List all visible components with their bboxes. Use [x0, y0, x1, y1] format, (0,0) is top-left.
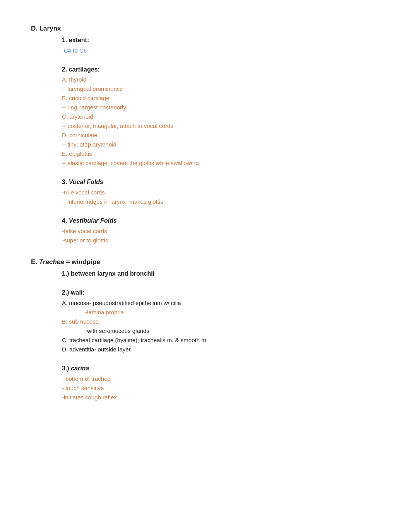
- d4-item-1: -superior to glottis: [62, 236, 380, 245]
- d4-header: 4. Vestibular Folds: [62, 216, 380, 226]
- e2-item-1: -lamina propria: [85, 308, 380, 317]
- subsection-d4: 4. Vestibular Folds -false vocal cords -…: [62, 216, 380, 245]
- e3-item-2: -initiates cough reflex: [62, 393, 380, 402]
- d2-item-0: A. thyroid: [62, 75, 380, 84]
- e3-item-0: - bottom of trachea: [62, 374, 380, 384]
- subsection-e3: 3.) carina - bottom of trachea - touch s…: [62, 363, 380, 402]
- d2-item-7: -- tiny; atop arytenoid: [62, 140, 380, 149]
- subsection-d3: 3. Vocal Folds -true vocal cords -- infe…: [62, 177, 380, 206]
- d4-item-0: -false vocal cords: [62, 227, 380, 236]
- d1-header: 1. extent:: [62, 35, 380, 45]
- e2-item-4: C. tracheal cartilage (hyaline); trachea…: [62, 336, 380, 345]
- d2-item-2: B. cricoid cartilage: [62, 94, 380, 103]
- section-d-header: D. Larynx: [31, 23, 380, 34]
- d1-item-0: -C4 to C6: [62, 46, 380, 55]
- e2-item-3: -with seromucous glands: [85, 326, 380, 336]
- e2-header: 2.) wall:: [62, 288, 380, 298]
- e1-header: 1.) between larynx and bronchii: [62, 269, 380, 279]
- e3-item-1: - touch sensitive: [62, 384, 380, 393]
- section-e-header: E. Trachea = windpipe: [31, 257, 380, 267]
- d3-item-0: -true vocal cords: [62, 188, 380, 197]
- d2-item-8: E. epiglottis: [62, 149, 380, 159]
- e3-header: 3.) carina: [62, 363, 380, 373]
- e2-item-2: B. submucosa: [62, 317, 380, 326]
- subsection-e1: 1.) between larynx and bronchii: [62, 269, 380, 279]
- d2-item-1: -- laryngeal prominence: [62, 84, 380, 94]
- section-d: D. Larynx 1. extent: -C4 to C6 2. cartil…: [31, 23, 380, 245]
- subsection-d1: 1. extent: -C4 to C6: [62, 35, 380, 55]
- subsection-e2: 2.) wall: A. mucosa- pseudostratified ep…: [62, 288, 380, 354]
- d2-item-4: C. arytenoid: [62, 112, 380, 121]
- e2-item-5: D. adventitia- outside layer: [62, 345, 380, 354]
- d3-item-1: -- inferior ridges in larynx- makes glot…: [62, 197, 380, 206]
- subsection-d2: 2. cartilages: A. thyroid -- laryngeal p…: [62, 65, 380, 168]
- d2-item-3: -- ring, largest posteriorly: [62, 103, 380, 112]
- d2-item-9: -- elastic cartilage, covers the glottis…: [62, 159, 380, 168]
- section-e: E. Trachea = windpipe 1.) between larynx…: [31, 257, 380, 402]
- d2-item-5: -- posterior, triangular, attach to voca…: [62, 121, 380, 131]
- e2-item-0: A. mucosa- pseudostratified epithelium w…: [62, 298, 380, 308]
- d2-item-6: D. corniculate: [62, 131, 380, 140]
- d3-header: 3. Vocal Folds: [62, 177, 380, 187]
- d2-header: 2. cartilages:: [62, 65, 380, 75]
